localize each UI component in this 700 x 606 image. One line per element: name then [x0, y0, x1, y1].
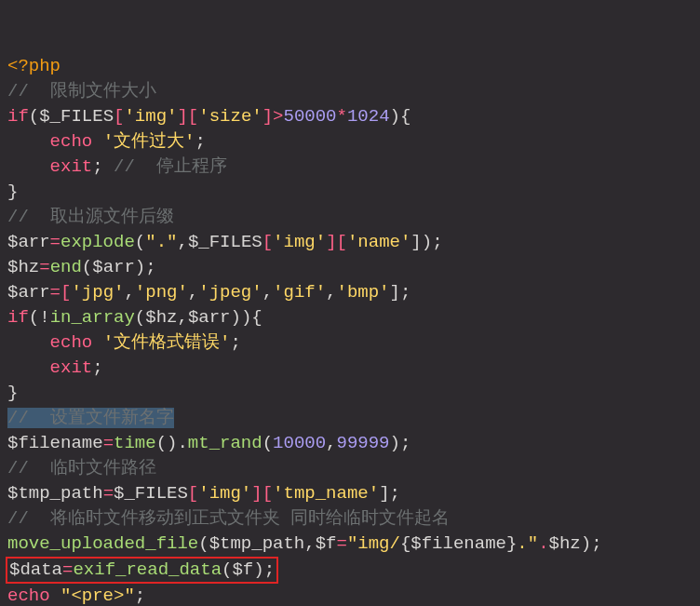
num-1024: 1024 [347, 106, 390, 127]
str-pre-open: "<pre>" [61, 586, 135, 606]
close: ]); [411, 232, 442, 252]
bracket: ][ [177, 106, 198, 127]
var-f: $f [232, 559, 253, 580]
var-f: $f [316, 533, 337, 554]
var-arr: $arr [92, 257, 135, 277]
str-tmp-name: 'tmp_name' [273, 483, 379, 504]
code-block: <?php // 限制文件大小 if($_FILES['img']['size'… [7, 54, 693, 606]
op-assign: = [103, 483, 114, 504]
semi: ; [135, 586, 145, 606]
semi: ; [92, 156, 114, 177]
indent [7, 357, 50, 378]
fn-move-uploaded: move_uploaded_file [7, 533, 198, 554]
kw-echo: echo [7, 586, 50, 606]
op-mul: * [337, 106, 347, 127]
fn-in-array: in_array [50, 307, 135, 328]
comma: , [188, 282, 198, 303]
comment-new-name: // 设置文件新名字 [7, 408, 174, 428]
parens-dot: (). [156, 433, 188, 453]
var-files: $_FILES [39, 106, 114, 127]
str-dot: "." [145, 232, 177, 252]
fn-time: time [114, 433, 156, 453]
close: ); [581, 533, 602, 554]
semi: ; [230, 332, 240, 353]
paren: ( [222, 559, 232, 580]
num-10000: 10000 [273, 433, 326, 453]
op-assign: = [336, 533, 346, 554]
space [92, 131, 102, 152]
brace-close: } [506, 533, 517, 554]
indent [7, 332, 50, 353]
var-tmp-path: $tmp_path [7, 483, 103, 504]
close: ]; [390, 282, 411, 303]
php-open-tag: <?php [7, 56, 61, 76]
comment-stop: // 停止程序 [114, 156, 227, 177]
comma: , [326, 433, 336, 453]
highlighted-line-box: $data=exif_read_data($f); [6, 557, 278, 584]
bracket: [ [262, 232, 273, 252]
str-too-big: '文件过大' [103, 131, 195, 152]
var-files: $_FILES [188, 232, 262, 252]
paren: ( [198, 533, 209, 554]
comment-move: // 将临时文件移动到正式文件夹 同时给临时文件起名 [7, 508, 450, 529]
bracket: [ [114, 106, 124, 127]
var-arr: $arr [7, 282, 50, 303]
bracket: ][ [326, 232, 347, 252]
str-dot: ." [517, 533, 538, 554]
var-files: $_FILES [114, 483, 188, 504]
kw-exit: exit [50, 357, 93, 378]
brace: ){ [390, 106, 411, 127]
fn-mtrand: mt_rand [188, 433, 262, 453]
selected-line: // 设置文件新名字 [7, 408, 174, 428]
bracket: [ [188, 483, 198, 504]
fn-explode: explode [61, 232, 135, 252]
close: )){ [230, 307, 262, 328]
comma: , [177, 307, 187, 328]
space [50, 586, 61, 606]
semi: ; [92, 357, 102, 378]
bracket: ][ [251, 483, 273, 504]
fn-end: end [50, 257, 82, 277]
kw-echo: echo [50, 131, 93, 152]
str-png: 'png' [135, 282, 188, 303]
paren: ( [135, 232, 145, 252]
op-assign: = [39, 257, 49, 277]
op-assign: = [103, 433, 114, 453]
kw-exit: exit [50, 156, 93, 177]
comma: , [262, 282, 273, 303]
indent [7, 156, 50, 177]
close: ); [135, 257, 156, 277]
op-assign: = [62, 559, 73, 580]
var-hz: $hz [549, 533, 581, 554]
str-img: 'img' [273, 232, 326, 252]
comment-tmp-path: // 临时文件路径 [7, 458, 156, 478]
comma: , [177, 232, 187, 252]
comma: , [124, 282, 134, 303]
var-data: $data [9, 559, 62, 580]
close: ]; [379, 483, 400, 504]
close: ); [390, 433, 411, 453]
paren: ( [135, 307, 145, 328]
str-bmp: 'bmp' [337, 282, 390, 303]
var-filename: $filename [7, 433, 103, 453]
kw-if: if [7, 307, 29, 328]
fn-exif-read: exif_read_data [73, 559, 222, 580]
indent [7, 131, 50, 152]
str-jpeg: 'jpeg' [198, 282, 262, 303]
str-img-path: "img/ [347, 533, 400, 554]
kw-if: if [7, 106, 29, 127]
str-img: 'img' [124, 106, 177, 127]
paren: ( [262, 433, 273, 453]
comment-get-ext: // 取出源文件后缀 [7, 207, 174, 227]
num-99999: 99999 [337, 433, 390, 453]
paren: ( [29, 106, 39, 127]
str-gif: 'gif' [273, 282, 326, 303]
semi: ; [195, 131, 205, 152]
brace-close: } [7, 383, 18, 403]
var-filename: $filename [411, 533, 506, 554]
op-assign: = [50, 232, 61, 252]
var-tmp-path: $tmp_path [209, 533, 305, 554]
close: ); [253, 559, 275, 580]
brace-close: } [7, 182, 18, 202]
comment-limit-size: // 限制文件大小 [7, 81, 156, 101]
